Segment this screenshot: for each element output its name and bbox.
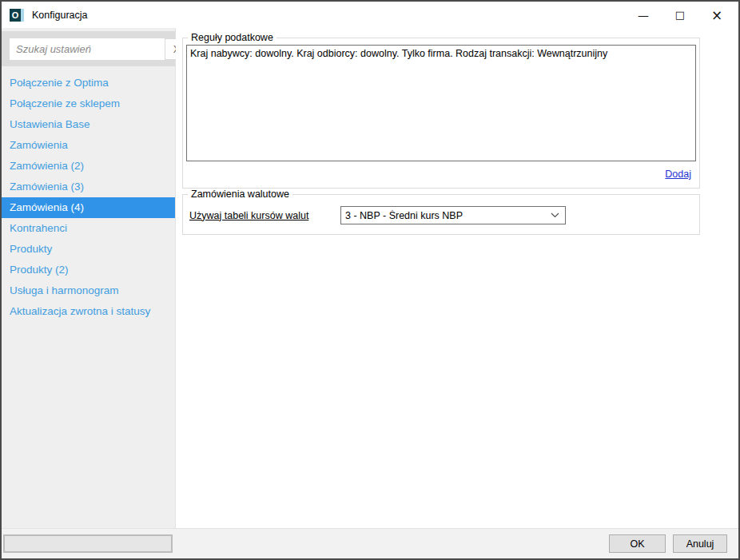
search-box: X bbox=[10, 38, 189, 60]
tax-rules-footer: Dodaj bbox=[186, 161, 696, 183]
sidebar-item-zamowienia[interactable]: Zamówienia bbox=[2, 135, 175, 156]
currency-orders-groupbox: Zamówienia walutowe Używaj tabeli kursów… bbox=[182, 189, 700, 235]
sidebar-item-produkty-2[interactable]: Produkty (2) bbox=[2, 260, 175, 280]
currency-table-dropdown[interactable]: 3 - NBP - Średni kurs NBP bbox=[340, 206, 566, 224]
tax-rules-listbox[interactable]: Kraj nabywcy: dowolny. Kraj odbiorcy: do… bbox=[186, 45, 696, 161]
app-icon-letter: O bbox=[10, 9, 21, 22]
ok-button[interactable]: OK bbox=[609, 534, 666, 553]
app-icon-accent bbox=[21, 9, 24, 22]
tax-rules-groupbox: Reguły podatkowe Kraj nabywcy: dowolny. … bbox=[182, 32, 700, 189]
minimize-button[interactable]: — bbox=[625, 2, 662, 28]
currency-orders-group-title: Zamówienia walutowe bbox=[188, 189, 292, 200]
add-rule-link[interactable]: Dodaj bbox=[665, 169, 691, 180]
sidebar-item-zamowienia-3[interactable]: Zamówienia (3) bbox=[2, 177, 175, 197]
konfiguracja-window: O Konfiguracja — □ × X Połączenie z Opti… bbox=[0, 0, 740, 560]
sidebar-item-polaczenie-ze-sklepem[interactable]: Połączenie ze sklepem bbox=[2, 93, 175, 114]
sidebar-item-polaczenie-z-optima[interactable]: Połączenie z Optima bbox=[2, 73, 175, 93]
close-button[interactable]: × bbox=[698, 2, 735, 28]
sidebar-item-kontrahenci[interactable]: Kontrahenci bbox=[2, 218, 175, 239]
titlebar: O Konfiguracja — □ × bbox=[2, 2, 738, 28]
sidebar: X Połączenie z Optima Połączenie ze skle… bbox=[2, 28, 176, 528]
main-panel: Reguły podatkowe Kraj nabywcy: dowolny. … bbox=[176, 28, 738, 528]
currency-table-selected-value: 3 - NBP - Średni kurs NBP bbox=[345, 210, 544, 221]
currency-table-label[interactable]: Używaj tabeli kursów walut bbox=[189, 210, 340, 221]
maximize-button[interactable]: □ bbox=[662, 2, 698, 28]
tax-rule-item[interactable]: Kraj nabywcy: dowolny. Kraj odbiorcy: do… bbox=[190, 47, 692, 61]
sidebar-item-produkty[interactable]: Produkty bbox=[2, 239, 175, 260]
cancel-button[interactable]: Anuluj bbox=[673, 534, 727, 553]
sidebar-item-aktualizacja-zwrotna[interactable]: Aktualizacja zwrotna i statusy bbox=[2, 301, 175, 322]
app-icon: O bbox=[10, 9, 24, 22]
sidebar-item-zamowienia-4[interactable]: Zamówienia (4) bbox=[2, 197, 175, 218]
sidebar-item-zamowienia-2[interactable]: Zamówienia (2) bbox=[2, 156, 175, 177]
search-input[interactable] bbox=[10, 38, 165, 60]
chevron-down-icon bbox=[544, 212, 565, 218]
window-controls: — □ × bbox=[625, 2, 735, 28]
footer-bar: OK Anuluj bbox=[2, 528, 738, 558]
window-title: Konfiguracja bbox=[32, 10, 88, 21]
sidebar-item-usluga-i-harmonogram[interactable]: Usługa i harmonogram bbox=[2, 280, 175, 301]
progress-bar bbox=[3, 534, 173, 553]
sidebar-item-ustawienia-base[interactable]: Ustawienia Base bbox=[2, 114, 175, 135]
sidebar-nav: Połączenie z Optima Połączenie ze sklepe… bbox=[2, 73, 175, 322]
search-band: X bbox=[2, 31, 175, 66]
tax-rules-group-title: Reguły podatkowe bbox=[188, 32, 277, 43]
body: X Połączenie z Optima Połączenie ze skle… bbox=[2, 28, 738, 528]
currency-table-field-row: Używaj tabeli kursów walut 3 - NBP - Śre… bbox=[186, 201, 696, 229]
